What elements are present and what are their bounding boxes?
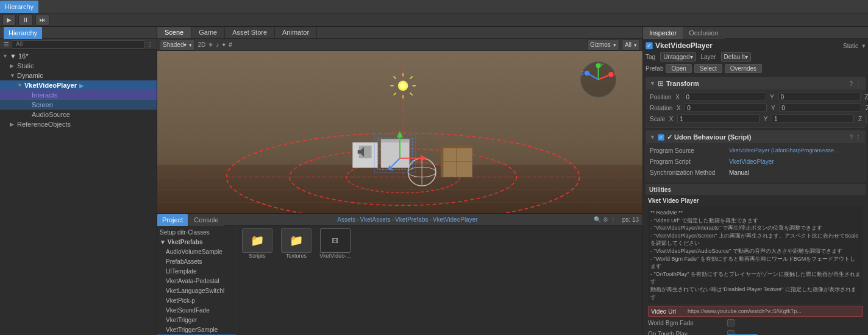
all-dropdown[interactable]: All	[622, 40, 640, 51]
static-dropdown-arrow[interactable]: ▾	[862, 42, 866, 50]
tree-vkettriggersample[interactable]: VketTriggerSample	[157, 325, 236, 334]
utilities-section[interactable]: Utilities	[646, 184, 866, 195]
hier-item-screen[interactable]: Screen	[0, 100, 157, 110]
svg-text:X: X	[613, 72, 617, 77]
tree-uitemplate[interactable]: UITemplate	[157, 266, 236, 276]
audio-toggle[interactable]: ♪	[216, 41, 219, 48]
console-tab[interactable]: Console	[189, 214, 223, 226]
pause-button[interactable]: ⏸	[18, 15, 33, 26]
tag-layer-row: Tag Untagged▾ Layer Defau lt▾	[646, 52, 866, 62]
pos-y-input[interactable]	[778, 93, 861, 101]
effects-toggle[interactable]: ✦	[221, 41, 226, 48]
tree-vketsound[interactable]: VketSoundFade	[157, 305, 236, 315]
hierarchy-dots-btn[interactable]: ⋮	[146, 41, 154, 48]
scene-viewport[interactable]: X Y Z Persp	[157, 51, 642, 213]
occlusion-tab[interactable]: Occlusion	[683, 27, 724, 39]
console-tab-label: Console	[194, 216, 218, 224]
tree-audiovolume[interactable]: AudioVolumeSample	[157, 247, 236, 256]
lighting-toggle[interactable]: ☀	[208, 41, 213, 48]
inspector-tab[interactable]: Inspector	[643, 27, 683, 39]
center-panel: Scene Game Asset Store Animator Shaded▾ …	[157, 27, 642, 335]
sync-method-row: Synchronization Method Manual	[650, 168, 861, 177]
tree-vketpick-label: VketPick-p	[166, 297, 195, 304]
step-button[interactable]: ⏭	[35, 15, 50, 26]
bc-assets[interactable]: Assets	[337, 216, 355, 223]
expand-vkv: ▼	[17, 82, 24, 88]
tree-vketprefabs[interactable]: ▼ VketPrefabs	[157, 237, 236, 247]
gizmos-dropdown[interactable]: Gizmos	[587, 40, 619, 51]
world-bgm-checkbox[interactable]	[727, 319, 735, 326]
hierarchy-header: Hierarchy	[0, 27, 157, 39]
tree-vkettriggersample-label: VketTriggerSample	[166, 326, 218, 333]
hier-item-refobjects[interactable]: ▶ ReferenceObjects	[0, 119, 157, 129]
tree-vkettrigger[interactable]: VketTrigger	[157, 315, 236, 325]
ps-count: ps: 13	[619, 216, 642, 223]
svg-rect-15	[381, 139, 410, 143]
inspector-header: Inspector Occlusion	[643, 27, 868, 39]
shading-label: Shaded▾	[163, 41, 187, 48]
asset-scripts[interactable]: 📁 Scripts	[239, 228, 276, 259]
tree-vketlang[interactable]: VketLanguageSwitchl	[157, 286, 236, 295]
tag-label: Tag	[646, 54, 655, 60]
udon-arrow: ▼	[650, 134, 655, 140]
scale-y-input[interactable]	[772, 115, 854, 123]
hierarchy-menu-btn[interactable]: ☰	[2, 41, 10, 48]
tree-vketpick[interactable]: VketPick-p	[157, 295, 236, 305]
hier-label-dynamic: Dynamic	[17, 72, 43, 79]
hierarchy-tab-label: Hierarchy	[5, 3, 34, 10]
scale-x-input[interactable]	[677, 115, 760, 123]
grid-toggle[interactable]: #	[229, 41, 232, 48]
rot-x-input[interactable]	[685, 104, 767, 112]
game-view-tab[interactable]: Game	[191, 27, 225, 38]
shading-dropdown[interactable]: Shaded▾	[160, 40, 195, 51]
tag-dropdown[interactable]: Untagged▾	[660, 52, 695, 62]
prefab-select-btn[interactable]: Select	[694, 64, 722, 73]
hier-item-root[interactable]: ▼ ▼ 16*	[0, 51, 157, 61]
hier-item-interacts[interactable]: Interacts	[0, 90, 157, 100]
bc-vvp[interactable]: VketVideoPlayer	[433, 216, 478, 223]
prefab-overrides-btn[interactable]: Overrides	[725, 64, 762, 73]
asset-vketvideo[interactable]: 🎞 VketVideo-...	[317, 228, 354, 259]
udon-active-check[interactable]: ✓	[658, 134, 664, 141]
layer-label: Layer	[701, 54, 716, 60]
bc-prefabs[interactable]: VketPrefabs	[395, 216, 428, 223]
tree-vketavatar[interactable]: VketAvata-Pedestal	[157, 276, 236, 286]
transform-icon: ⊞	[658, 79, 664, 88]
obj-name-field[interactable]: VketVideoPlayer	[655, 41, 841, 50]
readme-line8: 動画が再生されていない時は"Disabled Player Texture" に…	[650, 286, 861, 301]
hier-item-vketvideoplayer[interactable]: ▼ VketVideoPlayer ▶	[0, 80, 157, 90]
hier-item-audiosource[interactable]: AudioSource	[0, 110, 157, 119]
asset-store-tab[interactable]: Asset Store	[225, 27, 275, 38]
udon-header[interactable]: ▼ ✓ ✓ Udon Behaviour (Script) ? ⋮	[646, 131, 865, 143]
bc-vket[interactable]: VketAssets	[360, 216, 391, 223]
transform-help-icon[interactable]: ?	[849, 80, 853, 87]
project-tab-label: Project	[162, 216, 183, 224]
layer-value: Defau lt	[724, 54, 745, 60]
animator-tab[interactable]: Animator	[275, 27, 317, 38]
hierarchy-panel-tab[interactable]: Hierarchy	[4, 27, 42, 39]
hier-item-static[interactable]: ▶ Static	[0, 61, 157, 71]
layer-dropdown[interactable]: Defau lt▾	[721, 52, 751, 62]
tree-audiovolume-label: AudioVolumeSample	[166, 249, 222, 255]
transform-menu-icon[interactable]: ⋮	[855, 80, 861, 87]
2d-toggle[interactable]: 2D	[197, 41, 205, 48]
hierarchy-search-input[interactable]	[12, 40, 144, 49]
udon-help-icon[interactable]: ?	[849, 134, 853, 141]
pos-x-input[interactable]	[684, 93, 766, 101]
asset-textures[interactable]: 📁 Textures	[278, 228, 315, 259]
prefab-open-btn[interactable]: Open	[666, 64, 691, 73]
hierarchy-tab-top[interactable]: Hierarchy	[0, 1, 38, 13]
play-button[interactable]: ▶	[2, 15, 16, 26]
scale-x-label: X	[665, 116, 677, 122]
tree-setup[interactable]: Setup ditr-Classes	[157, 227, 236, 237]
udon-menu-icon[interactable]: ⋮	[855, 134, 861, 141]
tree-prefabassets[interactable]: PrefabAssets	[157, 256, 236, 266]
hier-item-dynamic[interactable]: ▼ Dynamic	[0, 71, 157, 80]
scene-view-tab[interactable]: Scene	[157, 27, 191, 38]
pos-z-label: Z	[861, 94, 868, 100]
project-tab[interactable]: Project	[157, 214, 188, 226]
hier-label-root: ▼ 16*	[10, 52, 28, 60]
rot-y-input[interactable]	[779, 104, 861, 112]
obj-active-checkbox[interactable]: ✓	[646, 42, 653, 49]
transform-header[interactable]: ▼ ⊞ Transform ? ⋮	[646, 77, 865, 90]
